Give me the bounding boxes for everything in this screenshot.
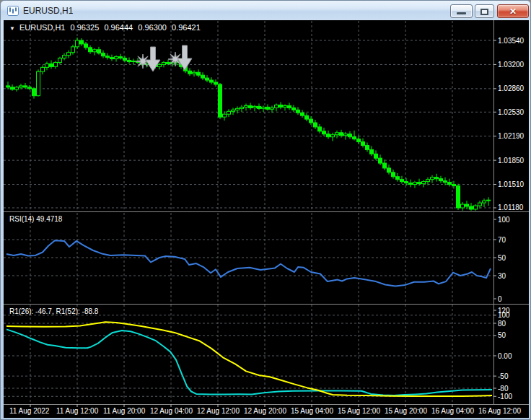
rsi-indicator-label: RSI(14) 49.4718 [9, 215, 62, 223]
time-axis[interactable] [4, 405, 529, 418]
close-button[interactable]: ✕ [497, 4, 529, 18]
ohlc-low: 0.96300 [138, 23, 167, 32]
minimize-icon [457, 12, 466, 14]
chart-area[interactable]: 1.035401.032001.028601.025301.021901.018… [1, 1, 531, 420]
minimize-button[interactable] [450, 4, 473, 18]
ohlc-symbol: EURUSD,H1 [19, 23, 66, 32]
chart-background [4, 20, 529, 418]
terminal-window: 1.035401.032001.028601.025301.021901.018… [0, 0, 531, 420]
ohlc-high: 0.96444 [104, 23, 133, 32]
close-icon: ✕ [498, 5, 528, 18]
price-axis[interactable] [494, 21, 529, 403]
restore-icon [480, 9, 488, 15]
r1-indicator-label: R1(26): -46.7, R1(52): -88.8 [9, 307, 98, 315]
ohlc-close: 0.96421 [172, 23, 201, 32]
chart-window-icon [7, 5, 19, 17]
window-title: EURUSD,H1 [23, 6, 73, 16]
restore-button[interactable] [475, 4, 494, 18]
chevron-down-icon: ▼ [9, 25, 15, 32]
ohlc-label: ▼EURUSD,H1 0.96325 0.96444 0.96300 0.964… [9, 23, 203, 32]
ohlc-open: 0.96325 [71, 23, 100, 32]
